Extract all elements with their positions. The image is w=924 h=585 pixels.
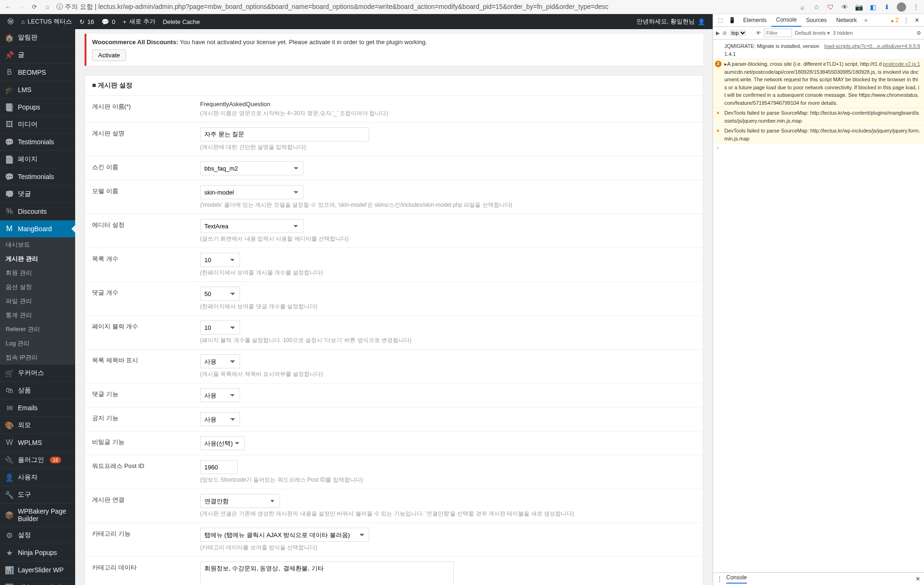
clear-console-icon[interactable]: ⊘ <box>722 30 727 36</box>
delete-cache[interactable]: Delete Cache <box>159 18 204 25</box>
submenu-item-2[interactable]: 회원 관리 <box>0 266 75 280</box>
sidebar-item-24[interactable]: 🔄Slider Revolution <box>0 579 75 585</box>
tab-sources[interactable]: Sources <box>801 14 831 26</box>
ext2-icon[interactable]: ⬇ <box>883 3 891 11</box>
sidebar-item-22[interactable]: ★Ninja Popups <box>0 544 75 562</box>
sidebar-item-14[interactable]: ✉Emails <box>0 399 75 417</box>
devtools-close-icon[interactable]: ✕ <box>912 17 922 23</box>
skin-select[interactable]: bbs_faq_m2 <box>200 161 303 175</box>
sidebar-item-4[interactable]: 📑Popups <box>0 99 75 116</box>
submenu-item-0[interactable]: 대시보드 <box>0 238 75 252</box>
sidebar-item-3[interactable]: 🎓LMS <box>0 81 75 99</box>
list-count-select[interactable]: 10 <box>200 253 240 267</box>
sidebar-item-6[interactable]: 💬Testimonials <box>0 133 75 151</box>
menu-label: 페이지 <box>18 155 38 164</box>
sidebar-item-9[interactable]: 💭댓글 <box>0 186 75 203</box>
inspect-icon[interactable]: ⬚ <box>715 17 726 23</box>
cat-data-textarea[interactable] <box>200 562 454 585</box>
drawer-console-tab[interactable]: Console <box>726 574 747 584</box>
sidebar-item-23[interactable]: 📊LayerSlider WP <box>0 562 75 579</box>
wp-logo[interactable]: ⓦ <box>4 17 17 26</box>
home-button[interactable]: ⌂ <box>43 3 52 11</box>
execution-icon[interactable]: ▶ <box>716 30 720 36</box>
sidebar-item-15[interactable]: 🎨외모 <box>0 417 75 434</box>
notice-func-select[interactable]: 사용 <box>200 412 240 426</box>
title-show-select[interactable]: 사용 <box>200 354 240 368</box>
submenu-item-7[interactable]: Log 관리 <box>0 336 75 351</box>
levels-select[interactable]: Default levels ▾ <box>795 30 830 36</box>
reply-func-select[interactable]: 사용 <box>200 388 240 402</box>
sidebar-item-8[interactable]: 💬Testimonials <box>0 168 75 186</box>
shield-icon[interactable]: 🛡 <box>826 3 835 11</box>
sidebar-item-7[interactable]: 📄페이지 <box>0 151 75 168</box>
user-greeting[interactable]: 안녕하세요, 황일현님 👤 <box>633 17 709 26</box>
sidebar-item-13[interactable]: 🛍상품 <box>0 382 75 399</box>
sidebar-item-17[interactable]: 🔌플러그인16 <box>0 452 75 469</box>
updates-count[interactable]: ↻ 16 <box>76 18 98 25</box>
page-block-select[interactable]: 10 <box>200 320 240 335</box>
log-source[interactable]: postcode.v2.js:1 <box>883 60 921 68</box>
label-secret-func: 비밀글 기능 <box>85 431 193 455</box>
submenu-item-5[interactable]: 통계 관리 <box>0 308 75 322</box>
star-icon[interactable]: ☆ <box>812 3 821 11</box>
filter-input[interactable] <box>764 29 792 37</box>
sidebar-item-20[interactable]: 📦WPBakery Page Builder <box>0 504 75 527</box>
editor-select[interactable]: TextArea <box>200 219 303 233</box>
key-icon[interactable]: ⌕ <box>798 3 807 11</box>
log-source[interactable]: load-scripts.php?c=0…e,utils&ver=4.9.5:9 <box>824 42 920 50</box>
eye-icon[interactable]: 👁 <box>756 30 761 36</box>
device-icon[interactable]: 📱 <box>726 17 738 23</box>
submenu-item-6[interactable]: Referer 관리 <box>0 322 75 336</box>
ext1-icon[interactable]: ◧ <box>869 3 877 11</box>
sidebar-item-19[interactable]: 🔧도구 <box>0 486 75 504</box>
context-select[interactable]: top <box>730 30 746 36</box>
submenu-item-8[interactable]: 접속 IP관리 <box>0 351 75 365</box>
reply-count-select[interactable]: 50 <box>200 287 240 301</box>
tab-network[interactable]: Network <box>831 14 862 26</box>
secret-func-select[interactable]: 사용(선택) <box>200 436 245 450</box>
drawer-close-icon[interactable]: ✕ <box>916 576 920 582</box>
sidebar-item-0[interactable]: 🏠알림판 <box>0 29 75 47</box>
board-link-select[interactable]: 연결안함 <box>200 494 280 508</box>
submenu-item-1[interactable]: 게시판 관리 <box>0 252 75 266</box>
forward-button[interactable]: → <box>17 3 25 11</box>
devtools-menu-icon[interactable]: ⋮ <box>901 17 912 23</box>
avatar-icon[interactable] <box>897 2 906 12</box>
submenu-item-3[interactable]: 옵션 설정 <box>0 280 75 294</box>
comments-count[interactable]: 💬 0 <box>98 18 119 25</box>
camera-icon[interactable]: 📷 <box>854 3 863 11</box>
model-hint: ('models' 폴더에 있는 게시판 모델을 설정할 수 있으며, 'ski… <box>200 201 696 209</box>
sidebar-item-5[interactable]: 🖼미디어 <box>0 116 75 133</box>
board-desc-input[interactable] <box>200 127 369 141</box>
activate-button[interactable]: Activate <box>92 49 126 61</box>
hidden-count: 3 hidden <box>833 30 853 36</box>
console-settings-icon[interactable]: ⚙ <box>916 30 921 36</box>
eye-icon[interactable]: 👁 <box>840 3 849 11</box>
sidebar-item-12[interactable]: 🛒우커머스 <box>0 365 75 382</box>
menu-icon[interactable]: ⋮ <box>912 3 920 11</box>
menu-icon: ✉ <box>5 403 14 413</box>
console-filter-bar: ▶ ⊘ top 👁 Default levels ▾ 3 hidden ⚙ <box>713 27 924 39</box>
sidebar-item-2[interactable]: BBEOMPS <box>0 64 75 81</box>
submenu-item-4[interactable]: 파일 관리 <box>0 294 75 308</box>
back-button[interactable]: ← <box>4 3 12 11</box>
tab-console[interactable]: Console <box>771 14 801 27</box>
more-tabs-icon[interactable]: » <box>862 17 870 23</box>
console-prompt[interactable]: › <box>713 144 924 151</box>
model-select[interactable]: skin-model <box>200 185 303 199</box>
sidebar-item-11[interactable]: MMangBoard <box>0 220 75 238</box>
post-id-input[interactable] <box>200 460 238 474</box>
new-content[interactable]: + 새로 추가 <box>119 17 159 26</box>
site-name[interactable]: ⌂ LECTUS 렉터스 <box>17 17 76 26</box>
cat-func-select[interactable]: 탭메뉴 (탭메뉴 클릭시 AJAX 방식으로 데이타 불러옴) <box>200 528 369 542</box>
reload-button[interactable]: ⟳ <box>30 3 39 11</box>
sidebar-item-10[interactable]: %Discounts <box>0 203 75 220</box>
drawer-menu-icon[interactable]: ⋮ <box>717 576 722 582</box>
tab-elements[interactable]: Elements <box>738 14 771 26</box>
sidebar-item-21[interactable]: ⚙설정 <box>0 527 75 544</box>
sidebar-item-1[interactable]: 📌글 <box>0 47 75 64</box>
address-bar[interactable]: ⓘ 주의 요함 | lectus.kr/wp-admin/admin.php?p… <box>56 3 793 11</box>
sidebar-item-16[interactable]: WWPLMS <box>0 434 75 452</box>
sidebar-item-18[interactable]: 👤사용자 <box>0 469 75 486</box>
warning-count[interactable]: ▲2 <box>888 17 901 23</box>
